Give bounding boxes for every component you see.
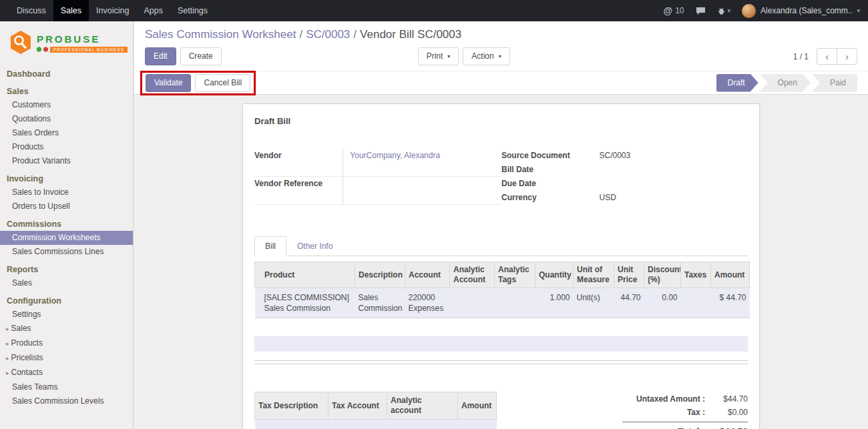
mention-count: 10: [675, 6, 684, 15]
sidebar-item-products[interactable]: Products: [0, 140, 133, 154]
sidebar-item-quotations[interactable]: Quotations: [0, 112, 133, 126]
form-group-right: Source Document SC/0003 Bill Date Due Da…: [501, 149, 748, 205]
cell-analytic-tags: [495, 288, 535, 318]
mention-counter[interactable]: @ 10: [664, 5, 684, 16]
col-account[interactable]: Account: [405, 262, 450, 288]
bug-icon[interactable]: ▾: [717, 7, 731, 15]
col-amount[interactable]: Amount: [711, 262, 750, 288]
sidebar-header-invoicing[interactable]: Invoicing: [0, 173, 133, 185]
sidebar-item-config-products[interactable]: ▸Products: [0, 336, 133, 351]
cell-product: [SALES COMMISSION] Sales Commission: [255, 288, 355, 318]
divider: [254, 364, 748, 364]
top-menu-settings[interactable]: Settings: [170, 0, 215, 21]
expand-caret-icon: ▸: [6, 340, 9, 347]
top-menu-apps[interactable]: Apps: [136, 0, 170, 21]
expand-caret-icon: ▸: [6, 326, 9, 332]
create-button[interactable]: Create: [180, 47, 222, 65]
cell-description: Sales Commission: [355, 288, 405, 318]
vendor-value[interactable]: YourCompany, Alexandra: [343, 149, 501, 176]
breadcrumb-link-worksheet[interactable]: Sales Commission Worksheet: [145, 28, 296, 41]
company-logo: PROBUSE PROFESSIONAL BUSINESS: [0, 21, 133, 63]
col-product[interactable]: Product: [255, 262, 355, 288]
lines-header-row: Product Description Account Analytic Acc…: [255, 262, 750, 288]
form-group-left: Vendor YourCompany, Alexandra Vendor Ref…: [254, 149, 501, 205]
cell-taxes: [681, 288, 711, 318]
sidebar-item-sales-to-invoice[interactable]: Sales to Invoice: [0, 185, 133, 199]
top-menu-invoicing[interactable]: Invoicing: [89, 0, 136, 21]
col-analytic-tags[interactable]: Analytic Tags: [495, 262, 535, 288]
col-discount[interactable]: Discount (%): [644, 262, 681, 288]
tax-label: Tax :: [687, 408, 705, 417]
invoice-line-row[interactable]: [SALES COMMISSION] Sales Commission Sale…: [255, 288, 750, 318]
sidebar-item-sales-commission-levels[interactable]: Sales Commission Levels: [0, 394, 133, 408]
sidebar-header-sales[interactable]: Sales: [0, 85, 133, 98]
col-tax-analytic-account[interactable]: Analytic account: [387, 392, 458, 420]
col-unit-of-measure[interactable]: Unit of Measure: [574, 262, 614, 288]
sidebar-item-config-sales[interactable]: ▸Sales: [0, 322, 133, 336]
sidebar-item-pricelists[interactable]: ▸Pricelists: [0, 351, 133, 366]
col-analytic-account[interactable]: Analytic Account: [450, 262, 495, 288]
breadcrumb-current: Vendor Bill SC/0003: [360, 28, 461, 41]
sidebar-item-commission-worksheets[interactable]: Commission Worksheets: [0, 231, 133, 245]
untaxed-amount-label: Untaxed Amount :: [636, 394, 705, 404]
sidebar-item-label: Products: [11, 338, 43, 348]
annotation-highlight-box: Validate Cancel Bill: [140, 71, 256, 95]
spacer: [254, 318, 748, 336]
tab-bill[interactable]: Bill: [254, 236, 286, 256]
col-unit-price[interactable]: Unit Price: [614, 262, 644, 288]
sidebar-item-settings[interactable]: Settings: [0, 308, 133, 322]
source-document-label: Source Document: [501, 149, 593, 163]
breadcrumb-link-sc0003[interactable]: SC/0003: [306, 28, 350, 41]
col-tax-account[interactable]: Tax Account: [329, 392, 387, 420]
cell-amount: $ 44.70: [711, 288, 750, 318]
state-open[interactable]: Open: [760, 74, 811, 92]
col-tax-amount[interactable]: Amount: [458, 392, 497, 420]
col-quantity[interactable]: Quantity: [535, 262, 574, 288]
tax-header-row: Tax Description Tax Account Analytic acc…: [255, 392, 497, 420]
pager-previous-button[interactable]: ‹: [817, 48, 837, 65]
chat-icon[interactable]: [696, 7, 706, 15]
state-draft[interactable]: Draft: [716, 74, 758, 92]
col-description[interactable]: Description: [355, 262, 405, 288]
sidebar-item-sales-commissions-lines[interactable]: Sales Commissions Lines: [0, 245, 133, 259]
sidebar-header-reports[interactable]: Reports: [0, 264, 133, 276]
sidebar-item-contacts[interactable]: ▸Contacts: [0, 366, 133, 380]
cell-analytic-account: [450, 288, 495, 318]
sidebar-header-dashboard[interactable]: Dashboard: [0, 68, 133, 81]
state-paid[interactable]: Paid: [812, 74, 857, 92]
col-tax-description[interactable]: Tax Description: [255, 392, 329, 420]
sidebar-menu: Dashboard Sales Customers Quotations Sal…: [0, 63, 133, 408]
sidebar-item-reports-sales[interactable]: Sales: [0, 276, 133, 290]
user-menu[interactable]: Alexandra (Sales_comm.. ▾: [742, 4, 860, 18]
avatar: [742, 4, 756, 18]
content-background: Draft Bill Vendor YourCompany, Alexandra…: [134, 95, 868, 429]
action-dropdown-button[interactable]: Action▾: [463, 47, 509, 65]
breadcrumb-separator: /: [353, 28, 357, 41]
print-dropdown-button[interactable]: Print▾: [418, 47, 459, 65]
sidebar-item-sales-teams[interactable]: Sales Teams: [0, 380, 133, 394]
sidebar-header-configuration[interactable]: Configuration: [0, 295, 133, 308]
validate-button[interactable]: Validate: [146, 74, 191, 92]
top-menu-sales[interactable]: Sales: [53, 0, 89, 21]
sidebar-item-product-variants[interactable]: Product Variants: [0, 154, 133, 168]
cell-unit-price: 44.70: [614, 288, 644, 318]
top-menu-discuss[interactable]: Discuss: [9, 0, 53, 21]
pager-counter: 1 / 1: [793, 52, 809, 61]
spacer: [254, 352, 748, 360]
sidebar-item-customers[interactable]: Customers: [0, 98, 133, 112]
magnifier-hexagon-icon: [9, 29, 32, 56]
sidebar-item-orders-to-upsell[interactable]: Orders to Upsell: [0, 199, 133, 213]
form-sheet: Draft Bill Vendor YourCompany, Alexandra…: [242, 103, 760, 429]
pager-next-button[interactable]: ›: [837, 48, 857, 65]
sidebar-header-commissions[interactable]: Commissions: [0, 218, 133, 231]
action-button-label: Action: [471, 51, 493, 61]
breadcrumb-separator: /: [299, 28, 302, 41]
col-taxes[interactable]: Taxes: [681, 262, 711, 288]
sidebar: PROBUSE PROFESSIONAL BUSINESS Dashboard …: [0, 21, 134, 429]
cancel-bill-button[interactable]: Cancel Bill: [195, 74, 250, 92]
print-button-label: Print: [427, 51, 443, 61]
tab-other-info[interactable]: Other Info: [286, 236, 343, 256]
sidebar-item-sales-orders[interactable]: Sales Orders: [0, 126, 133, 140]
edit-button[interactable]: Edit: [145, 47, 176, 65]
cell-account: 220000 Expenses: [405, 288, 450, 318]
